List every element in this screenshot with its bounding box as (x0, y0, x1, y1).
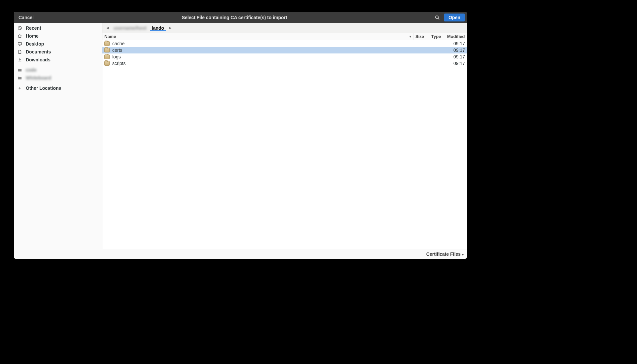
search-icon (435, 15, 440, 20)
file-modified: 09:17 (445, 48, 467, 53)
file-modified: 09:17 (445, 54, 467, 59)
file-name: cache (112, 41, 124, 46)
folder-icon (104, 48, 110, 52)
file-modified: 09:17 (445, 61, 467, 66)
file-name: scripts (112, 61, 125, 66)
main-pane: ◀ username/host lando ▶ Name ▾ Size Type… (102, 23, 467, 249)
sidebar-item-label: Home (26, 33, 39, 39)
folder-icon (104, 41, 110, 46)
sidebar-item-label: Downloads (26, 57, 51, 62)
column-headers: Name ▾ Size Type Modified (102, 33, 467, 40)
sidebar-item-label: Other Locations (26, 85, 61, 91)
sidebar-item-home[interactable]: Home (14, 32, 102, 40)
column-header-size[interactable]: Size (413, 33, 429, 40)
desktop-icon (17, 42, 22, 46)
file-name: certs (112, 48, 122, 53)
filter-label: Certificate Files (426, 251, 461, 257)
sidebar: Recent Home Desktop (14, 23, 102, 249)
sidebar-item-desktop[interactable]: Desktop (14, 40, 102, 48)
path-active-indicator (150, 30, 166, 31)
sidebar-item-recent[interactable]: Recent (14, 24, 102, 32)
file-row[interactable]: cache 09:17 (102, 40, 467, 47)
filter-dropdown[interactable]: Certificate Files ▾ (426, 251, 464, 257)
sidebar-item-label: code (26, 67, 37, 73)
dialog-title: Select File containing CA certificate(s)… (36, 15, 433, 20)
file-chooser-dialog: Cancel Select File containing CA certifi… (14, 12, 467, 259)
sidebar-item-label: Desktop (26, 41, 44, 47)
folder-icon (104, 61, 110, 66)
sidebar-item-label: Whiteboard (26, 75, 51, 81)
sidebar-item-downloads[interactable]: Downloads (14, 56, 102, 64)
svg-point-0 (436, 16, 439, 19)
sidebar-item-documents[interactable]: Documents (14, 48, 102, 56)
footer: Certificate Files ▾ (14, 249, 467, 259)
pathbar: ◀ username/host lando ▶ (102, 23, 467, 33)
sidebar-places: Recent Home Desktop (14, 23, 102, 65)
cancel-button[interactable]: Cancel (16, 14, 36, 21)
sort-indicator-icon: ▾ (409, 35, 411, 38)
file-list: cache 09:17 certs 09:17 logs 09:17 (102, 40, 467, 249)
path-back-icon[interactable]: ◀ (105, 26, 110, 30)
sidebar-item-bookmark[interactable]: Whiteboard (14, 74, 102, 82)
document-icon (17, 50, 22, 54)
search-button[interactable] (433, 13, 442, 22)
sidebar-item-label: Documents (26, 49, 51, 54)
sidebar-bookmarks: code Whiteboard (14, 65, 102, 83)
column-header-label: Name (104, 34, 116, 39)
clock-icon (17, 26, 22, 30)
folder-icon (17, 76, 22, 80)
titlebar: Cancel Select File containing CA certifi… (14, 12, 467, 23)
column-header-modified[interactable]: Modified (445, 33, 467, 40)
open-button[interactable]: Open (444, 14, 465, 21)
column-header-type[interactable]: Type (429, 33, 445, 40)
file-row[interactable]: certs 09:17 (102, 47, 467, 53)
file-row[interactable]: logs 09:17 (102, 53, 467, 60)
path-forward-icon: ▶ (167, 26, 173, 30)
sidebar-other: Other Locations (14, 83, 102, 93)
column-header-name[interactable]: Name ▾ (102, 33, 413, 40)
path-segment[interactable]: username/host (112, 24, 149, 32)
sidebar-item-bookmark[interactable]: code (14, 66, 102, 74)
svg-rect-3 (18, 43, 22, 45)
sidebar-item-label: Recent (26, 25, 41, 31)
folder-icon (104, 54, 110, 59)
home-icon (17, 34, 22, 38)
file-row[interactable]: scripts 09:17 (102, 60, 467, 67)
sidebar-item-other-locations[interactable]: Other Locations (14, 84, 102, 92)
dialog-body: Recent Home Desktop (14, 23, 467, 249)
file-name: logs (112, 54, 121, 59)
chevron-down-icon: ▾ (462, 253, 464, 256)
plus-icon (17, 86, 22, 90)
download-icon (17, 57, 22, 62)
folder-icon (17, 68, 22, 72)
file-modified: 09:17 (445, 41, 467, 46)
svg-line-1 (438, 18, 440, 20)
